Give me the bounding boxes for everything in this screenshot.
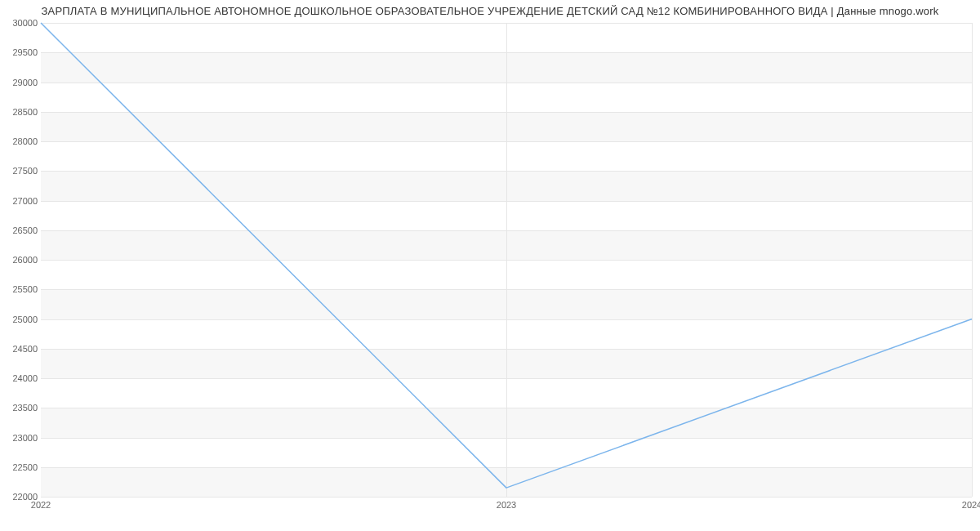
y-tick-label: 27500 [2,166,38,176]
y-tick-label: 26500 [2,225,38,235]
salary-line-chart: ЗАРПЛАТА В МУНИЦИПАЛЬНОЕ АВТОНОМНОЕ ДОШК… [0,0,980,531]
y-tick-label: 29000 [2,78,38,87]
y-tick-label: 25500 [2,284,38,294]
data-line [41,23,972,497]
y-tick-label: 25000 [2,315,38,324]
y-tick-label: 26000 [2,255,38,265]
x-tick-label: 2022 [31,500,51,510]
y-tick-label: 23000 [2,433,38,443]
series-line [41,23,972,488]
y-tick-label: 29500 [2,47,38,57]
y-tick-label: 27000 [2,196,38,206]
y-tick-label: 30000 [2,18,38,28]
y-tick-label: 28000 [2,136,38,146]
y-tick-label: 24000 [2,373,38,383]
x-tick-label: 2024 [962,500,980,510]
y-tick-label: 23500 [2,403,38,413]
y-tick-label: 24500 [2,344,38,354]
x-gridline [972,23,973,497]
x-tick-label: 2023 [497,500,516,510]
y-tick-label: 28500 [2,107,38,117]
y-gridline [41,497,972,498]
plot-area [41,23,972,498]
y-tick-label: 22500 [2,462,38,472]
chart-title: ЗАРПЛАТА В МУНИЦИПАЛЬНОЕ АВТОНОМНОЕ ДОШК… [0,5,980,17]
